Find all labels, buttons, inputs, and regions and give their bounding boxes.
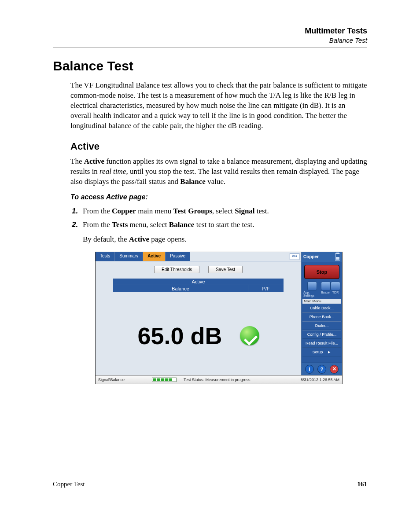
menu-dialer[interactable]: Dialer... — [302, 321, 341, 330]
step-1: From the Copper main menu Test Groups, s… — [80, 205, 367, 217]
instruction-heading: To access Active page: — [70, 193, 367, 201]
progress-indicator — [152, 378, 177, 382]
buzzer-button[interactable]: Buzzer — [321, 282, 331, 297]
balance-reading: 65.0 dB — [137, 322, 222, 349]
menu-setup[interactable]: Setup ► — [302, 348, 341, 356]
pass-checkmark-icon — [240, 326, 259, 345]
app-settings-button[interactable]: App. Settings — [303, 282, 321, 297]
running-header: Multimeter Tests Balance Test — [53, 26, 367, 44]
tab-summary[interactable]: Summary — [115, 252, 143, 261]
intro-paragraph: The VF Longitudinal Balance test allows … — [70, 81, 367, 131]
menu-read-result-file[interactable]: Read Result File... — [302, 339, 341, 348]
page-footer: Copper Test 161 — [53, 481, 367, 488]
app-settings-icon — [307, 282, 317, 290]
step-followup: By default, the Active page opens. — [83, 235, 367, 244]
status-message: Test Status: Measurement in progress — [184, 378, 294, 382]
battery-icon — [335, 253, 340, 261]
page-number: 161 — [357, 481, 368, 488]
page-title: Balance Test — [53, 59, 367, 73]
edit-thresholds-button[interactable]: Edit Thresholds — [154, 266, 199, 273]
chevron-right-icon: ► — [327, 350, 331, 354]
toolbar: Edit Thresholds Save Test — [96, 261, 301, 277]
menu-phone-book[interactable]: Phone Book... — [302, 312, 341, 321]
tab-active[interactable]: Active — [143, 252, 166, 261]
footer-left: Copper Test — [53, 481, 85, 488]
tdr-button[interactable]: TDR — [331, 282, 340, 297]
subsection-heading: Active — [70, 141, 367, 152]
column-balance: Balance — [113, 285, 248, 292]
embedded-screenshot: Tests Summary Active Passive dB Edit Thr… — [95, 252, 343, 384]
status-path: Signal\Balance — [98, 378, 125, 382]
menu-config-profile[interactable]: Config / Profile... — [302, 330, 341, 339]
results-table: Active Balance P/F — [113, 279, 284, 292]
header-rule — [53, 48, 367, 48]
results-table-title: Active — [113, 279, 284, 285]
tab-tests[interactable]: Tests — [96, 252, 115, 261]
step-list: From the Copper main menu Test Groups, s… — [70, 205, 367, 231]
chapter-title: Multimeter Tests — [53, 26, 367, 36]
side-panel: Copper Stop App. Settings Buzzer — [302, 252, 342, 375]
tdr-icon — [331, 282, 340, 290]
db-indicator-icon: dB — [290, 253, 299, 260]
side-panel-title: Copper — [303, 254, 319, 259]
stop-button[interactable]: Stop — [304, 265, 339, 279]
help-button[interactable]: ? — [317, 365, 326, 374]
tab-passive[interactable]: Passive — [166, 252, 190, 261]
step-2: From the Tests menu, select Balance test… — [80, 219, 367, 231]
status-bar: Signal\Balance Test Status: Measurement … — [96, 375, 342, 384]
section-title: Balance Test — [53, 37, 367, 44]
info-button[interactable]: i — [305, 365, 314, 374]
active-paragraph: The Active function applies its own sign… — [70, 157, 367, 187]
main-menu-label: Main Menu — [302, 299, 341, 304]
column-pf: P/F — [248, 285, 284, 292]
save-test-button[interactable]: Save Test — [208, 266, 243, 273]
buzzer-icon — [321, 282, 331, 290]
status-timestamp: 8/31/2012 1:26:55 AM — [301, 378, 339, 382]
tab-bar: Tests Summary Active Passive dB — [96, 252, 301, 261]
close-button[interactable]: ✕ — [330, 365, 339, 374]
result-body: 65.0 dB — [96, 292, 301, 375]
menu-cable-book[interactable]: Cable Book... — [302, 304, 341, 312]
